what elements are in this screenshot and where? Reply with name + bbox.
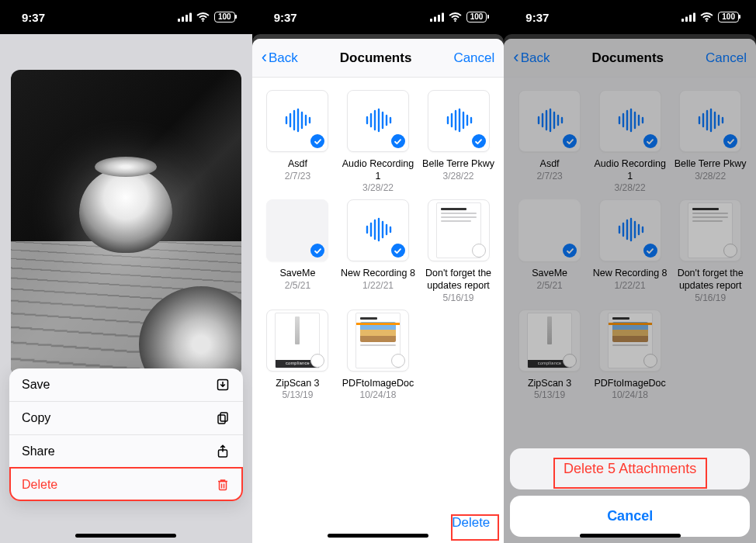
document-item[interactable]: SaveMe2/5/21 (260, 199, 336, 303)
copy-icon (215, 411, 231, 425)
menu-delete[interactable]: Delete (9, 469, 243, 501)
document-name: Audio Recording 1 (340, 158, 416, 182)
svg-rect-1 (182, 16, 184, 22)
document-name: ZipScan 3 (260, 378, 336, 390)
document-name: Belle Terre Pkwy (421, 158, 497, 171)
document-thumbnail[interactable] (266, 199, 328, 261)
menu-share[interactable]: Share (9, 435, 243, 469)
document-date: 5/16/19 (421, 292, 497, 303)
unselected-circle-icon (310, 354, 324, 368)
battery-icon: 100 (466, 12, 487, 22)
checkmark-icon (391, 244, 405, 258)
document-item[interactable]: Belle Terre Pkwy3/28/22 (421, 90, 497, 193)
home-indicator[interactable] (75, 534, 176, 538)
document-date: 10/24/18 (340, 389, 416, 400)
back-button[interactable]: ‹ Back (262, 50, 298, 66)
wifi-icon (700, 11, 713, 24)
svg-rect-6 (218, 415, 225, 424)
home-indicator[interactable] (580, 534, 681, 538)
document-name: Asdf (260, 158, 336, 171)
share-icon (215, 444, 231, 458)
status-bar: 9:37 100 (0, 0, 252, 34)
document-item[interactable]: New Recording 81/22/21 (340, 199, 416, 303)
document-date: 2/7/23 (260, 171, 336, 182)
documents-sheet: ‹ Back Documents Cancel Asdf2/7/23Audio … (252, 39, 505, 543)
svg-rect-11 (434, 16, 436, 22)
signal-icon (430, 11, 444, 24)
document-item[interactable]: Don't forget the updates report5/16/19 (421, 199, 497, 303)
action-sheet: Delete 5 Attachments Cancel (510, 448, 750, 537)
menu-copy-label: Copy (22, 411, 50, 425)
svg-rect-10 (430, 19, 432, 22)
svg-rect-3 (189, 12, 192, 22)
screen-documents-action-sheet: 9:37 100 ‹ Back Documents Cancel Asdf2/7… (504, 0, 756, 543)
document-thumbnail[interactable] (347, 310, 409, 372)
cancel-button[interactable]: Cancel (453, 50, 494, 66)
checkmark-icon (472, 134, 486, 148)
document-item[interactable]: Asdf2/7/23 (260, 90, 336, 193)
document-thumbnail[interactable] (347, 90, 409, 152)
menu-delete-label: Delete (22, 478, 57, 492)
document-date: 5/13/19 (260, 389, 336, 400)
document-thumbnail[interactable]: compliance (266, 310, 328, 372)
document-date: 3/28/22 (340, 182, 416, 193)
nav-bar: ‹ Back Documents Cancel (252, 39, 505, 78)
unselected-circle-icon (472, 244, 486, 258)
document-thumbnail[interactable] (266, 90, 328, 152)
svg-rect-7 (220, 413, 227, 421)
status-bar: 9:37 100 (252, 0, 505, 34)
svg-point-4 (202, 19, 203, 21)
document-thumbnail[interactable] (428, 199, 490, 261)
battery-icon: 100 (718, 12, 739, 22)
document-name: New Recording 8 (340, 268, 416, 280)
wifi-icon (449, 11, 462, 24)
action-cancel-button[interactable]: Cancel (510, 496, 750, 537)
unselected-circle-icon (391, 354, 405, 368)
document-item[interactable]: complianceZipScan 35/13/19 (260, 310, 336, 401)
svg-rect-13 (442, 12, 444, 22)
screen-photo-context-menu: 9:37 100 S (0, 0, 252, 543)
document-thumbnail[interactable] (428, 90, 490, 152)
menu-save[interactable]: Save (9, 368, 243, 402)
svg-rect-0 (178, 19, 180, 22)
svg-rect-43 (681, 19, 684, 22)
back-label: Back (269, 50, 298, 66)
wifi-icon (196, 11, 210, 24)
chevron-left-icon: ‹ (262, 49, 267, 66)
document-date: 2/5/21 (260, 280, 336, 291)
home-indicator[interactable] (328, 534, 428, 538)
svg-point-14 (454, 19, 456, 21)
document-item[interactable]: PDFtoImageDoc10/24/18 (340, 310, 416, 401)
document-thumbnail[interactable] (347, 199, 409, 261)
context-menu: Save Copy Share (9, 368, 243, 501)
menu-save-label: Save (22, 378, 50, 392)
menu-share-label: Share (22, 444, 55, 458)
checkmark-icon (310, 244, 324, 258)
status-time: 9:37 (525, 11, 549, 24)
svg-rect-46 (693, 12, 695, 22)
signal-icon (178, 11, 192, 24)
document-name: SaveMe (260, 268, 336, 280)
checkmark-icon (391, 134, 405, 148)
trash-icon (215, 478, 231, 492)
battery-icon: 100 (214, 12, 235, 22)
document-name: PDFtoImageDoc (340, 378, 416, 390)
status-time: 9:37 (22, 11, 45, 24)
svg-rect-44 (685, 16, 688, 22)
checkmark-icon (310, 134, 324, 148)
documents-grid: Asdf2/7/23Audio Recording 13/28/22Belle … (252, 78, 505, 543)
svg-rect-12 (438, 15, 440, 22)
photo-preview[interactable] (11, 70, 241, 376)
svg-rect-2 (186, 15, 188, 22)
menu-copy[interactable]: Copy (9, 402, 243, 435)
download-icon (215, 378, 231, 392)
document-date: 1/22/21 (340, 280, 416, 291)
document-name: Don't forget the updates report (421, 268, 497, 292)
document-item[interactable]: Audio Recording 13/28/22 (340, 90, 416, 193)
document-date: 3/28/22 (421, 171, 497, 182)
status-bar: 9:37 100 (504, 0, 756, 34)
svg-rect-9 (219, 482, 226, 490)
screen-documents-select: 9:37 100 ‹ Back Documents Cancel Asdf2/7… (252, 0, 505, 543)
delete-attachments-button[interactable]: Delete 5 Attachments (510, 448, 750, 489)
delete-footer-button[interactable]: Delete (446, 509, 496, 537)
